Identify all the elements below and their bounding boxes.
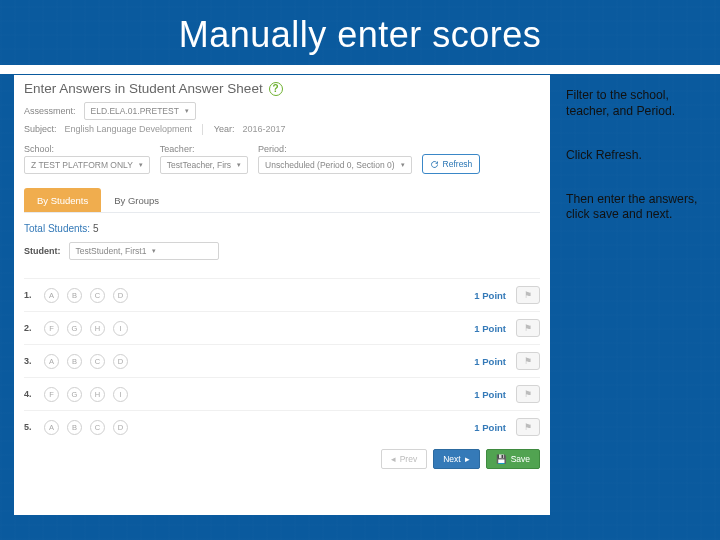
answer-bubble[interactable]: I (113, 321, 128, 336)
answer-bubble[interactable]: F (44, 387, 59, 402)
instruction-notes: Filter to the school, teacher, and Perio… (566, 88, 702, 251)
subject-value: English Language Development (65, 124, 193, 134)
answer-bubble[interactable]: H (90, 387, 105, 402)
help-icon[interactable]: ? (269, 82, 283, 96)
answer-bubble[interactable]: B (67, 354, 82, 369)
chevron-down-icon: ▾ (237, 161, 241, 169)
app-panel: Enter Answers in Student Answer Sheet ? … (14, 75, 550, 515)
period-select[interactable]: Unscheduled (Period 0, Section 0) ▾ (258, 156, 411, 174)
question-row: 3.ABCD1 Point⚑ (24, 344, 540, 377)
student-select[interactable]: TestStudent, First1 ▾ (69, 242, 219, 260)
flag-icon: ⚑ (524, 422, 532, 432)
question-row: 1.ABCD1 Point⚑ (24, 278, 540, 311)
prev-button[interactable]: ◂ Prev (381, 449, 427, 469)
total-students: Total Students: 5 (24, 223, 540, 234)
teacher-select[interactable]: TestTeacher, Firs ▾ (160, 156, 248, 174)
flag-icon: ⚑ (524, 356, 532, 366)
period-value: Unscheduled (Period 0, Section 0) (265, 160, 394, 170)
answer-bubble[interactable]: G (67, 387, 82, 402)
tab-by-students[interactable]: By Students (24, 188, 101, 212)
save-button[interactable]: 💾 Save (486, 449, 540, 469)
points-label: 1 Point (474, 389, 506, 400)
refresh-label: Refresh (443, 159, 473, 169)
question-number: 3. (24, 356, 36, 366)
points-label: 1 Point (474, 356, 506, 367)
answer-bubble[interactable]: A (44, 420, 59, 435)
chevron-down-icon: ▾ (139, 161, 143, 169)
student-label: Student: (24, 246, 61, 256)
year-label: Year: (214, 124, 235, 134)
next-label: Next (443, 454, 460, 464)
answer-bubble[interactable]: C (90, 354, 105, 369)
answer-bubble[interactable]: D (113, 420, 128, 435)
save-label: Save (511, 454, 530, 464)
question-number: 1. (24, 290, 36, 300)
answer-bubble[interactable]: I (113, 387, 128, 402)
tab-by-groups[interactable]: By Groups (101, 188, 172, 212)
assessment-label: Assessment: (24, 106, 76, 116)
points-label: 1 Point (474, 290, 506, 301)
flag-icon: ⚑ (524, 323, 532, 333)
total-students-label: Total Students: (24, 223, 90, 234)
note-1: Filter to the school, teacher, and Perio… (566, 88, 702, 120)
answer-bubble[interactable]: D (113, 288, 128, 303)
answer-bubble[interactable]: C (90, 420, 105, 435)
answer-bubble[interactable]: B (67, 288, 82, 303)
period-label: Period: (258, 144, 411, 154)
student-row: Student: TestStudent, First1 ▾ (24, 242, 540, 260)
answer-bubble[interactable]: F (44, 321, 59, 336)
points-label: 1 Point (474, 422, 506, 433)
flag-button[interactable]: ⚑ (516, 352, 540, 370)
year-value: 2016-2017 (242, 124, 285, 134)
footer-buttons: ◂ Prev Next ▸ 💾 Save (24, 449, 540, 469)
teacher-value: TestTeacher, Firs (167, 160, 231, 170)
answer-bubble[interactable]: A (44, 354, 59, 369)
tabs: By Students By Groups (24, 188, 540, 213)
answer-bubble[interactable]: D (113, 354, 128, 369)
answer-bubble[interactable]: C (90, 288, 105, 303)
teacher-label: Teacher: (160, 144, 248, 154)
answer-bubble[interactable]: G (67, 321, 82, 336)
flag-button[interactable]: ⚑ (516, 286, 540, 304)
chevron-down-icon: ▾ (185, 107, 189, 115)
subject-label: Subject: (24, 124, 57, 134)
chevron-down-icon: ▾ (152, 247, 156, 255)
refresh-icon (430, 160, 439, 169)
answer-bubble[interactable]: H (90, 321, 105, 336)
prev-label: Prev (400, 454, 417, 464)
subject-year-row: Subject: English Language Development │ … (24, 124, 540, 134)
school-value: Z TEST PLATFORM ONLY (31, 160, 133, 170)
question-number: 4. (24, 389, 36, 399)
flag-button[interactable]: ⚑ (516, 319, 540, 337)
question-row: 4.FGHI1 Point⚑ (24, 377, 540, 410)
answer-bubble[interactable]: A (44, 288, 59, 303)
note-2: Click Refresh. (566, 148, 702, 164)
save-icon: 💾 (496, 454, 507, 464)
chevron-left-icon: ◂ (391, 454, 396, 464)
flag-button[interactable]: ⚑ (516, 418, 540, 436)
chevron-right-icon: ▸ (465, 454, 470, 464)
assessment-row: Assessment: ELD.ELA.01.PRETEST ▾ (24, 102, 540, 120)
assessment-value: ELD.ELA.01.PRETEST (91, 106, 179, 116)
total-students-count: 5 (93, 223, 99, 234)
flag-icon: ⚑ (524, 389, 532, 399)
student-value: TestStudent, First1 (76, 246, 147, 256)
question-table: 1.ABCD1 Point⚑2.FGHI1 Point⚑3.ABCD1 Poin… (24, 278, 540, 443)
slide-title: Manually enter scores (0, 14, 720, 56)
flag-icon: ⚑ (524, 290, 532, 300)
points-label: 1 Point (474, 323, 506, 334)
page-header-text: Enter Answers in Student Answer Sheet (24, 81, 263, 96)
filter-row: School: Z TEST PLATFORM ONLY ▾ Teacher: … (24, 144, 540, 174)
chevron-down-icon: ▾ (401, 161, 405, 169)
question-row: 2.FGHI1 Point⚑ (24, 311, 540, 344)
question-number: 5. (24, 422, 36, 432)
assessment-select[interactable]: ELD.ELA.01.PRETEST ▾ (84, 102, 196, 120)
refresh-button[interactable]: Refresh (422, 154, 481, 174)
flag-button[interactable]: ⚑ (516, 385, 540, 403)
school-select[interactable]: Z TEST PLATFORM ONLY ▾ (24, 156, 150, 174)
question-row: 5.ABCD1 Point⚑ (24, 410, 540, 443)
answer-bubble[interactable]: B (67, 420, 82, 435)
divider (0, 65, 720, 74)
next-button[interactable]: Next ▸ (433, 449, 479, 469)
note-3: Then enter the answers, click save and n… (566, 192, 702, 224)
